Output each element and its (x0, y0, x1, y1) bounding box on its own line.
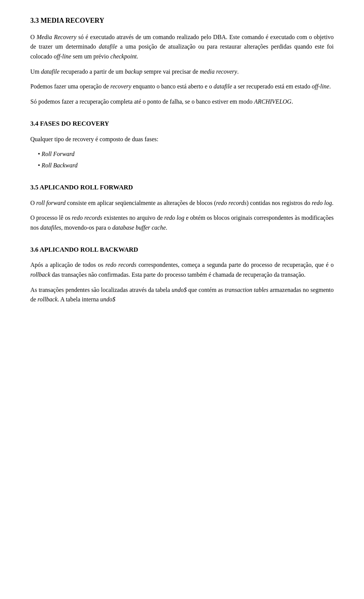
section-3-3-para-1: O Media Recovery só é executado através … (30, 32, 334, 61)
section-3-6-heading: 3.6 APLICANDO ROLL BACKWARD (30, 244, 334, 255)
section-3-6: 3.6 APLICANDO ROLL BACKWARD Após a aplic… (30, 244, 334, 304)
list-item-roll-backward: Roll Backward (38, 161, 334, 170)
section-3-5-para-1: O roll forward consiste em aplicar seqüe… (30, 198, 334, 208)
section-3-6-para-1: Após a aplicação de todos os redo record… (30, 260, 334, 279)
section-3-4-intro: Qualquer tipo de recovery é composto de … (30, 134, 334, 144)
section-3-3-para-3: Podemos fazer uma operação de recovery e… (30, 82, 334, 91)
section-3-5-para-2: O processo lê os redo records existentes… (30, 213, 334, 232)
section-3-3-para-2: Um datafile recuperado a partir de um ba… (30, 67, 334, 77)
section-3-3-para-4: Só podemos fazer a recuperação completa … (30, 97, 334, 107)
section-3-3-heading: 3.3 MEDIA RECOVERY (30, 15, 334, 26)
list-item-roll-forward: Roll Forward (38, 149, 334, 159)
section-3-6-para-2: As transações pendentes são localizadas … (30, 285, 334, 304)
section-3-4-heading: 3.4 FASES DO RECOVERY (30, 118, 334, 129)
phases-list: Roll Forward Roll Backward (38, 149, 334, 170)
section-3-3: 3.3 MEDIA RECOVERY O Media Recovery só é… (30, 15, 334, 106)
section-3-4: 3.4 FASES DO RECOVERY Qualquer tipo de r… (30, 118, 334, 170)
section-3-5: 3.5 APLICANDO ROLL FORWARD O roll forwar… (30, 182, 334, 232)
section-3-5-heading: 3.5 APLICANDO ROLL FORWARD (30, 182, 334, 192)
